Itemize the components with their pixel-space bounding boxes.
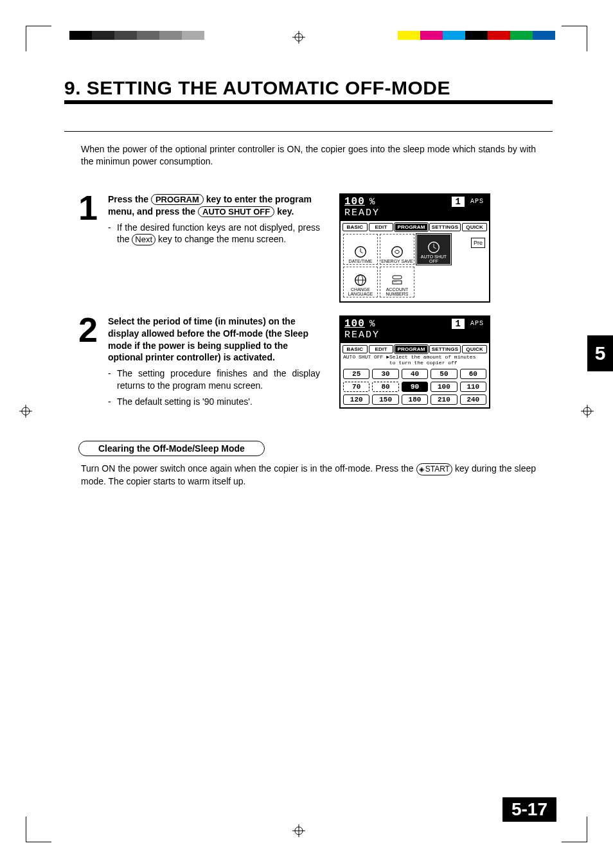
minutes-option-120: 120: [343, 394, 369, 405]
tab-basic: BASIC: [342, 345, 368, 353]
registration-mark-icon: [581, 405, 594, 418]
minutes-option-210: 210: [431, 394, 457, 405]
date-time-button: DATE/TIME: [343, 234, 378, 265]
page-number: 5-17: [502, 797, 556, 822]
bullet-dash: -: [108, 396, 117, 408]
crop-mark: [562, 26, 587, 51]
minutes-option-40: 40: [402, 369, 428, 379]
tab-settings: SETTINGS: [429, 345, 461, 353]
copy-count: 1: [452, 319, 465, 329]
intro-paragraph: When the power of the optional printer c…: [81, 143, 536, 168]
tab-basic: BASIC: [342, 223, 368, 231]
aps-label: APS: [470, 320, 484, 327]
crop-mark: [26, 26, 51, 51]
ready-label: READY: [344, 330, 380, 341]
svg-line-18: [434, 247, 436, 249]
color-bar: [398, 31, 555, 40]
clearing-text: Turn ON the power switch once again when…: [81, 463, 416, 474]
minutes-option-90: 90: [402, 382, 428, 392]
minutes-option-80: 80: [372, 382, 398, 392]
minutes-option-100: 100: [431, 382, 457, 392]
registration-mark-icon: [292, 824, 305, 837]
zoom-value: 100: [344, 318, 365, 330]
minutes-option-180: 180: [402, 394, 428, 405]
crop-mark: [562, 817, 587, 842]
page-title: 9. SETTING THE AUTOMATIC OFF-MODE: [64, 77, 553, 104]
display-screenshot-2: 100 % 1 APS READY BASIC EDIT PROGRAM SET…: [339, 315, 490, 409]
tab-program: PROGRAM: [395, 223, 427, 231]
step2-bullet: The setting procedure finishes and the d…: [117, 368, 320, 392]
tab-quick: QUICK: [462, 345, 487, 353]
step1-bullet: key to change the menu screen.: [158, 234, 286, 244]
section-heading-pill: Clearing the Off-Mode/Sleep Mode: [78, 441, 265, 456]
auto-shut-off-key: AUTO SHUT OFF: [198, 206, 274, 218]
minutes-option-150: 150: [372, 394, 398, 405]
percent-label: %: [369, 197, 375, 207]
tab-edit: EDIT: [369, 223, 394, 231]
aps-label: APS: [470, 198, 484, 205]
divider: [64, 131, 553, 132]
step2-bullet: The default setting is '90 minutes'.: [117, 396, 253, 408]
crop-mark: [26, 817, 51, 842]
next-key: Next: [132, 234, 155, 245]
instruction-text: to turn the copier off: [389, 360, 458, 366]
grayscale-bar: [69, 31, 204, 40]
minutes-option-25: 25: [343, 369, 369, 379]
change-language-button: CHANGE LANGUAGE: [343, 267, 378, 297]
registration-mark-icon: [292, 31, 305, 44]
svg-rect-22: [393, 276, 402, 279]
zoom-value: 100: [344, 196, 365, 208]
minutes-option-30: 30: [372, 369, 398, 379]
step1-text: Press the: [108, 194, 151, 204]
minutes-option-50: 50: [431, 369, 457, 379]
instruction-text: AUTO SHUT OFF ▶Select the amount of minu…: [343, 354, 475, 360]
start-key: START: [416, 463, 452, 475]
pre-button: Pre: [471, 238, 485, 248]
ready-label: READY: [344, 208, 380, 218]
minutes-option-70: 70: [343, 382, 369, 392]
svg-point-15: [392, 247, 403, 258]
auto-shut-off-button: AUTO SHUT OFF: [416, 234, 451, 265]
program-key: PROGRAM: [151, 194, 204, 206]
svg-text:***_: ***_: [394, 281, 399, 284]
step-number: 2: [78, 315, 105, 345]
tab-settings: SETTINGS: [429, 223, 461, 231]
percent-label: %: [369, 319, 375, 329]
chapter-tab: 5: [587, 335, 613, 371]
minutes-grid: 2530405060708090100110120150180210240: [341, 368, 489, 407]
energy-save-button: ENERGY SAVE: [380, 234, 414, 265]
tab-quick: QUICK: [462, 223, 487, 231]
step-number: 1: [78, 193, 105, 223]
step1-text: key.: [277, 206, 294, 217]
registration-mark-icon: [19, 405, 32, 418]
tab-program: PROGRAM: [395, 345, 427, 353]
minutes-option-60: 60: [460, 369, 486, 379]
bullet-dash: -: [108, 368, 117, 392]
copy-count: 1: [452, 197, 465, 207]
account-numbers-button: ***_ ACCOUNT NUMBERS: [380, 267, 414, 297]
display-screenshot-1: 100 % 1 APS READY BASIC EDIT PROGRAM SET…: [339, 193, 490, 303]
tab-edit: EDIT: [369, 345, 394, 353]
minutes-option-110: 110: [460, 382, 486, 392]
svg-line-14: [360, 252, 363, 253]
step2-text: Select the period of time (in minutes) o…: [108, 316, 308, 363]
minutes-option-240: 240: [460, 394, 486, 405]
bullet-dash: -: [108, 222, 117, 246]
